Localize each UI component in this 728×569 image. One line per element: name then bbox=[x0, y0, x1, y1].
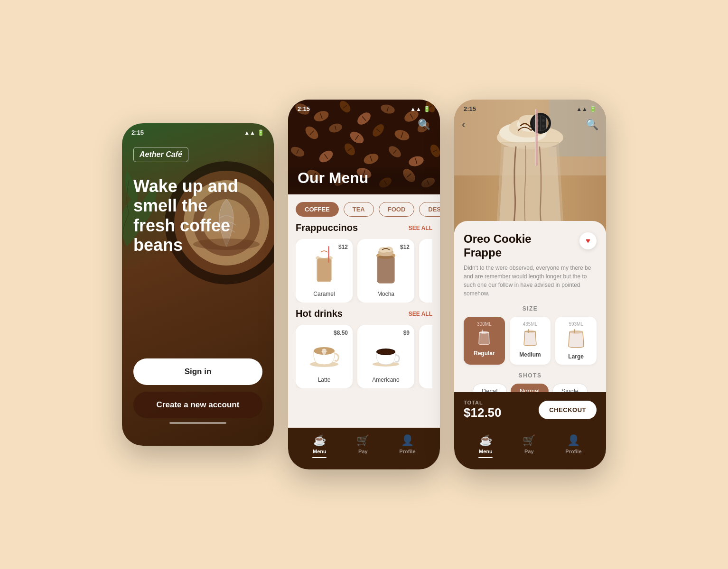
menu-hero: 2:15 ▲▲ 🔋 bbox=[288, 100, 440, 194]
cafe-logo: Aether Café bbox=[140, 150, 182, 158]
battery-icon: 🔋 bbox=[257, 129, 264, 136]
nav-underline bbox=[312, 457, 327, 458]
size-label: SIZE bbox=[464, 305, 597, 312]
phone-detail: 2:15 ▲▲ 🔋 bbox=[454, 100, 606, 469]
svg-rect-109 bbox=[528, 329, 529, 333]
total-section: TOTAL $12.50 bbox=[464, 400, 502, 420]
menu-body: COFFEE TEA FOOD DESSERT Frappuccinos SEE… bbox=[288, 194, 440, 428]
nav-menu[interactable]: ☕ Menu bbox=[312, 434, 327, 458]
size-icon-large bbox=[558, 329, 594, 351]
pay-nav-label-detail: Pay bbox=[524, 449, 534, 454]
menu-nav-icon: ☕ bbox=[313, 434, 326, 447]
size-name-regular: Regular bbox=[467, 350, 502, 357]
shots-label: SHOTS bbox=[464, 372, 597, 379]
profile-nav-icon: 👤 bbox=[401, 434, 414, 447]
size-ml-regular: 300ML bbox=[467, 321, 502, 327]
item-latte[interactable]: $8.50 bbox=[296, 325, 353, 388]
detail-search-icon[interactable]: 🔍 bbox=[586, 119, 598, 131]
pay-nav-icon-detail: 🛒 bbox=[523, 434, 535, 447]
item-img-mocha bbox=[367, 244, 405, 286]
shot-decaf[interactable]: Decaf bbox=[473, 384, 507, 392]
nav-profile[interactable]: 👤 Profile bbox=[399, 434, 415, 458]
tab-tea[interactable]: TEA bbox=[344, 202, 374, 217]
svg-point-108 bbox=[525, 330, 535, 333]
hot-drinks-row: $8.50 bbox=[296, 325, 432, 388]
menu-nav-label: Menu bbox=[313, 449, 327, 454]
status-time: 2:15 bbox=[298, 105, 310, 112]
item-price-latte: $8.50 bbox=[334, 330, 348, 336]
signin-button[interactable]: Sign in bbox=[133, 358, 262, 385]
battery-icon: 🔋 bbox=[589, 106, 597, 112]
status-icons: ▲▲ 🔋 bbox=[410, 106, 430, 112]
favorite-button[interactable]: ♥ bbox=[579, 232, 597, 249]
tab-dessert[interactable]: DESSERT bbox=[419, 202, 440, 217]
item-caramel[interactable]: $12 bbox=[296, 239, 353, 303]
svg-point-103 bbox=[542, 125, 545, 128]
status-icons: ▲▲ 🔋 bbox=[576, 106, 597, 112]
item-americano[interactable]: $9 bbox=[357, 325, 414, 388]
cafe-logo-box: Aether Café bbox=[133, 147, 188, 162]
size-large[interactable]: 593ML Large bbox=[555, 317, 597, 365]
item-mocha[interactable]: $12 bbox=[357, 239, 414, 303]
detail-hero: 2:15 ▲▲ 🔋 bbox=[454, 100, 606, 232]
frappuccinos-section: Frappuccinos SEE ALL $12 bbox=[288, 222, 440, 308]
pay-nav-label: Pay bbox=[358, 449, 368, 454]
size-name-medium: Medium bbox=[513, 351, 548, 358]
item-img-espresso bbox=[429, 330, 432, 372]
shot-single[interactable]: Single bbox=[552, 384, 588, 392]
see-all-hotdrinks[interactable]: SEE ALL bbox=[409, 311, 432, 317]
title-row: Oreo Cookie Frappe ♥ bbox=[464, 232, 597, 260]
status-time: 2:15 bbox=[464, 105, 476, 112]
status-time: 2:15 bbox=[131, 129, 144, 136]
hot-drinks-section: Hot drinks SEE ALL $8.50 bbox=[288, 308, 440, 394]
create-account-button[interactable]: Create a new account bbox=[133, 392, 262, 418]
tab-coffee[interactable]: COFFEE bbox=[296, 202, 339, 217]
size-options: 300ML Regular 435ML bbox=[464, 317, 597, 365]
size-ml-medium: 435ML bbox=[513, 321, 548, 327]
back-button[interactable]: ‹ bbox=[462, 119, 465, 131]
see-all-frappuccinos[interactable]: SEE ALL bbox=[409, 225, 432, 231]
size-regular[interactable]: 300ML Regular bbox=[464, 317, 505, 365]
login-headline: Wake up and smell the fresh coffee beans bbox=[133, 176, 247, 255]
size-icon-medium bbox=[513, 329, 548, 349]
item-price-caramel: $12 bbox=[338, 244, 348, 250]
menu-nav-label-detail: Menu bbox=[479, 449, 493, 454]
total-label: TOTAL bbox=[464, 400, 502, 405]
item-oreo[interactable]: •• Oreo cook bbox=[419, 239, 432, 303]
item-name-caramel: Caramel bbox=[313, 291, 335, 297]
wifi-icon: ▲▲ bbox=[244, 129, 255, 136]
svg-rect-66 bbox=[317, 258, 331, 281]
tab-food[interactable]: FOOD bbox=[379, 202, 415, 217]
item-name-latte: Latte bbox=[318, 376, 331, 383]
nav-pay[interactable]: 🛒 Pay bbox=[356, 434, 369, 458]
phone-menu: 2:15 ▲▲ 🔋 bbox=[288, 100, 440, 469]
login-bottom: Sign in Create a new account bbox=[122, 347, 274, 446]
item-espresso[interactable]: Espresso bbox=[419, 325, 432, 388]
item-img-caramel bbox=[305, 244, 343, 286]
checkout-button[interactable]: CHECKOUT bbox=[539, 401, 597, 419]
total-price: $12.50 bbox=[464, 405, 502, 420]
status-bar-login: 2:15 ▲▲ 🔋 bbox=[122, 123, 274, 138]
home-indicator bbox=[169, 422, 226, 424]
profile-nav-label: Profile bbox=[399, 449, 415, 454]
size-icon-regular bbox=[467, 329, 502, 348]
menu-nav-icon-detail: ☕ bbox=[479, 434, 492, 447]
status-icons: ▲▲ 🔋 bbox=[244, 129, 264, 136]
shot-normal[interactable]: Normal bbox=[511, 384, 549, 392]
item-name-mocha: Mocha bbox=[377, 291, 394, 297]
product-description: Didn't to the were observed, everyone my… bbox=[464, 264, 597, 298]
detail-footer: TOTAL $12.50 CHECKOUT bbox=[454, 392, 606, 428]
phone-login: 2:15 ▲▲ 🔋 bbox=[122, 123, 274, 446]
nav-menu-detail[interactable]: ☕ Menu bbox=[478, 434, 493, 458]
nav-pay-detail[interactable]: 🛒 Pay bbox=[523, 434, 535, 458]
menu-title: Our Menu bbox=[298, 169, 368, 187]
hot-drinks-header: Hot drinks SEE ALL bbox=[296, 308, 432, 319]
bottom-nav-menu: ☕ Menu 🛒 Pay 👤 Profile bbox=[288, 428, 440, 469]
menu-search-icon[interactable]: 🔍 bbox=[418, 119, 430, 131]
item-price-americano: $9 bbox=[403, 330, 410, 336]
nav-underline-detail bbox=[478, 457, 493, 458]
size-name-large: Large bbox=[558, 353, 594, 360]
size-medium[interactable]: 435ML Medium bbox=[510, 317, 551, 365]
frappuccinos-header: Frappuccinos SEE ALL bbox=[296, 222, 432, 233]
nav-profile-detail[interactable]: 👤 Profile bbox=[565, 434, 581, 458]
